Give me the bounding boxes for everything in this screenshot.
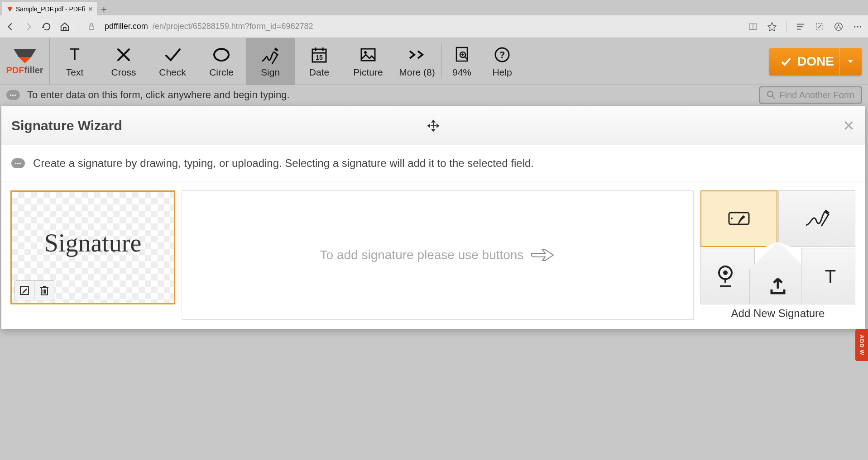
method-webcam[interactable] bbox=[700, 248, 755, 304]
svg-rect-2 bbox=[89, 26, 94, 29]
tool-cross[interactable]: Cross bbox=[99, 38, 148, 85]
method-type[interactable]: T bbox=[801, 248, 855, 304]
cross-icon bbox=[115, 47, 132, 63]
home-button[interactable] bbox=[60, 22, 70, 32]
favorite-icon[interactable] bbox=[767, 22, 777, 32]
signature-wizard-dialog: Signature Wizard ✕ ••• Create a signatur… bbox=[1, 106, 865, 329]
done-button[interactable]: DONE bbox=[769, 48, 862, 75]
notes-icon[interactable] bbox=[815, 22, 825, 32]
svg-point-26 bbox=[364, 51, 367, 54]
tool-more[interactable]: More (8) bbox=[393, 38, 441, 85]
pointing-hand-icon bbox=[530, 247, 555, 263]
dialog-hint-text: Create a signature by drawing, typing, o… bbox=[33, 157, 534, 170]
dialog-close-button[interactable]: ✕ bbox=[843, 117, 855, 134]
svg-point-44 bbox=[731, 218, 733, 219]
tool-picture[interactable]: Picture bbox=[344, 38, 393, 85]
reading-view-icon[interactable] bbox=[748, 22, 758, 32]
brand-filler: filler bbox=[24, 65, 43, 75]
dialog-body: Signature To add signature please use bu… bbox=[1, 181, 865, 329]
help-icon: ? bbox=[494, 47, 510, 63]
check-icon bbox=[780, 56, 792, 67]
hint-bar: ••• To enter data on this form, click an… bbox=[0, 85, 868, 105]
search-icon bbox=[767, 90, 776, 100]
browser-address-bar: pdffiller.com/en/project/65288159.htm?fo… bbox=[0, 15, 868, 38]
browser-right-icons bbox=[748, 20, 863, 33]
picture-icon bbox=[359, 46, 377, 64]
trash-icon bbox=[39, 285, 49, 296]
svg-text:T: T bbox=[70, 46, 80, 64]
tool-zoom[interactable]: 94% bbox=[442, 38, 482, 85]
signature-placeholder: To add signature please use buttons bbox=[182, 190, 694, 320]
svg-marker-0 bbox=[7, 7, 13, 9]
draw-icon bbox=[803, 209, 830, 229]
chevron-down-icon bbox=[847, 58, 854, 65]
signature-method-grid: T bbox=[700, 190, 855, 304]
tab-close-icon[interactable]: ✕ bbox=[88, 5, 93, 13]
refresh-button[interactable] bbox=[42, 22, 52, 32]
tool-check[interactable]: Check bbox=[148, 38, 197, 85]
tool-help[interactable]: ? Help bbox=[482, 38, 522, 85]
sign-icon bbox=[259, 46, 281, 64]
back-button[interactable] bbox=[5, 22, 15, 32]
separator bbox=[78, 20, 78, 33]
hint-bubble-icon: ••• bbox=[11, 158, 25, 168]
hint-bubble-icon[interactable]: ••• bbox=[6, 90, 20, 100]
tool-text[interactable]: T Text bbox=[50, 38, 99, 85]
text-icon: T bbox=[66, 46, 84, 64]
method-draw[interactable] bbox=[778, 190, 855, 247]
app-logo[interactable]: PDFfiller bbox=[0, 38, 50, 85]
svg-marker-17 bbox=[19, 57, 31, 63]
lock-icon bbox=[86, 22, 96, 32]
browser-tab[interactable]: Sample_PDF.pdf - PDFfi ✕ bbox=[2, 2, 97, 15]
share-icon[interactable] bbox=[834, 22, 844, 32]
svg-marker-16 bbox=[14, 49, 36, 57]
url-field[interactable]: pdffiller.com/en/project/65288159.htm?fo… bbox=[105, 22, 740, 31]
zoom-icon bbox=[454, 46, 470, 64]
tool-sign[interactable]: Sign bbox=[246, 38, 295, 85]
phone-capture-icon bbox=[726, 208, 752, 230]
svg-marker-1 bbox=[9, 9, 11, 11]
svg-point-15 bbox=[860, 26, 861, 27]
method-capture[interactable] bbox=[700, 190, 777, 247]
svg-point-13 bbox=[854, 26, 855, 27]
webcam-icon bbox=[715, 265, 735, 288]
add-new-signature-panel: T Add New Signature bbox=[700, 190, 856, 320]
app-toolbar: PDFfiller T Text Cross Check Circle Sign… bbox=[0, 38, 868, 85]
hint-text: To enter data on this form, click anywhe… bbox=[27, 89, 290, 101]
edit-signature-button[interactable] bbox=[14, 280, 34, 300]
svg-text:?: ? bbox=[499, 50, 505, 60]
add-new-signature-label: Add New Signature bbox=[731, 307, 825, 320]
forward-button[interactable] bbox=[24, 22, 34, 32]
move-handle-icon[interactable] bbox=[427, 119, 440, 132]
tab-title: Sample_PDF.pdf - PDFfi bbox=[16, 5, 85, 13]
calendar-icon: 15 bbox=[310, 46, 328, 64]
check-icon bbox=[163, 46, 182, 64]
url-host: pdffiller.com bbox=[105, 22, 148, 31]
svg-line-35 bbox=[772, 96, 775, 99]
delete-signature-button[interactable] bbox=[34, 280, 54, 300]
url-path: /en/project/65288159.htm?form_id=6962782 bbox=[153, 22, 313, 31]
find-another-form-button[interactable]: Find Another Form bbox=[759, 86, 862, 104]
svg-point-14 bbox=[857, 26, 858, 27]
svg-text:T: T bbox=[825, 266, 836, 286]
separator bbox=[786, 20, 786, 33]
pdffiller-logo-icon bbox=[11, 47, 38, 65]
circle-icon bbox=[212, 46, 230, 64]
tool-date[interactable]: 15 Date bbox=[295, 38, 344, 85]
browser-tab-strip: Sample_PDF.pdf - PDFfi ✕ + bbox=[0, 0, 868, 15]
svg-point-46 bbox=[723, 270, 728, 275]
edit-icon bbox=[19, 285, 30, 296]
done-dropdown[interactable] bbox=[839, 48, 854, 75]
reading-list-icon[interactable] bbox=[796, 22, 806, 32]
svg-text:15: 15 bbox=[316, 54, 323, 61]
tool-circle[interactable]: Circle bbox=[197, 38, 246, 85]
method-upload[interactable] bbox=[749, 241, 806, 304]
pdffiller-favicon bbox=[7, 6, 13, 12]
existing-signature-tile[interactable]: Signature bbox=[10, 190, 175, 304]
more-icon[interactable] bbox=[853, 22, 863, 32]
type-icon: T bbox=[821, 266, 839, 286]
side-tab-add[interactable]: ADD W bbox=[855, 329, 868, 361]
brand-pdf: PDF bbox=[6, 65, 24, 75]
new-tab-button[interactable]: + bbox=[97, 4, 111, 15]
dialog-title: Signature Wizard bbox=[11, 118, 122, 133]
